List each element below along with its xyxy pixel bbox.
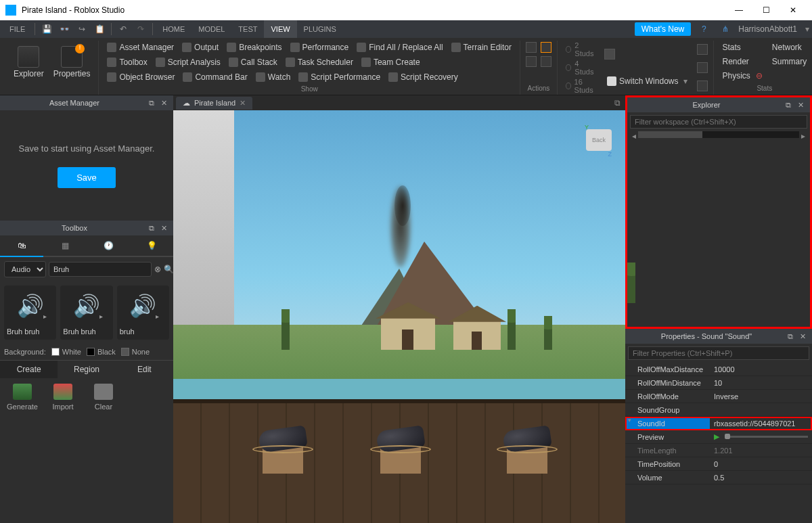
tree-node-terrain[interactable]: Terrain <box>627 288 635 300</box>
prop-timelength[interactable]: TimeLength1.201 <box>625 444 812 457</box>
paste-icon[interactable]: 📋 <box>93 23 106 35</box>
menu-tab-plugins[interactable]: PLUGINS <box>297 20 343 38</box>
ribbon-explorer[interactable]: Explorer <box>9 41 48 83</box>
tree-node-camera[interactable]: Camera <box>627 276 635 288</box>
viewport-split-icon[interactable]: ⧉ <box>609 95 625 110</box>
ribbon-watch[interactable]: Watch <box>252 70 295 84</box>
toolbox-tab-inventory[interactable]: ▦ <box>43 235 87 256</box>
ribbon-script-performance[interactable]: Script Performance <box>294 70 384 84</box>
ribbon-properties[interactable]: ! Properties <box>49 41 95 83</box>
close-panel-icon[interactable]: ✕ <box>797 331 808 342</box>
toolbox-tab-marketplace[interactable]: 🛍 <box>0 235 43 257</box>
search-icon[interactable]: 🔍 <box>164 262 174 277</box>
save-icon[interactable]: 💾 <box>41 23 53 35</box>
terrain-tab-region[interactable]: Region <box>58 361 115 378</box>
explorer-filter-input[interactable] <box>630 115 807 129</box>
ribbon-performance[interactable]: Performance <box>286 41 353 54</box>
ribbon-terrain-editor[interactable]: Terrain Editor <box>447 41 516 54</box>
close-button[interactable]: ✕ <box>780 0 807 20</box>
stat-render[interactable]: Render <box>718 55 766 68</box>
close-panel-icon[interactable]: ✕ <box>795 99 806 110</box>
save-button[interactable]: Save <box>58 167 116 188</box>
prop-volume[interactable]: Volume0.5 <box>625 471 812 484</box>
terrain-generate[interactable]: Generate <box>5 384 39 411</box>
h-scrollbar[interactable] <box>638 131 799 138</box>
switch-windows[interactable]: Switch Windows ▾ <box>603 74 692 88</box>
bg-none[interactable]: None <box>121 348 150 356</box>
stat-summary[interactable]: Summary <box>768 55 811 68</box>
terrain-tab-edit[interactable]: Edit <box>116 361 173 378</box>
undock-icon[interactable]: ⧉ <box>146 223 157 233</box>
menu-tab-test[interactable]: TEST <box>231 20 264 38</box>
undock-icon[interactable]: ⧉ <box>146 97 157 108</box>
terrain-tab-create[interactable]: Create <box>0 361 58 378</box>
ribbon-call-stack[interactable]: Call Stack <box>225 55 281 69</box>
menu-tab-model[interactable]: MODEL <box>191 20 231 38</box>
setting-icon-1[interactable] <box>697 44 708 55</box>
close-panel-icon[interactable]: ✕ <box>158 97 169 108</box>
whats-new-button[interactable]: What's New <box>635 22 692 36</box>
ribbon-script-recovery[interactable]: Script Recovery <box>384 70 462 84</box>
ribbon-breakpoints[interactable]: Breakpoints <box>223 41 286 54</box>
action-1[interactable] <box>526 42 537 53</box>
menu-tab-home[interactable]: HOME <box>156 20 191 38</box>
studs-2-studs[interactable]: 2 Studs <box>562 41 599 58</box>
toolbox-asset-card[interactable]: 🔊bruh <box>117 286 169 340</box>
clear-icon[interactable]: ⊗ <box>154 262 161 277</box>
studs-16-studs[interactable]: 16 Studs <box>562 77 599 95</box>
stat-network[interactable]: Network <box>768 41 811 54</box>
menu-tab-view[interactable]: VIEW <box>264 20 296 38</box>
explorer-tree[interactable]: ▾WorkspaceCameraTerrain▸SpawnLocation▸At… <box>627 263 635 303</box>
setting-icon-2[interactable] <box>697 62 708 73</box>
ribbon-command-bar[interactable]: Command Bar <box>179 70 251 84</box>
ribbon-output[interactable]: Output <box>178 41 223 54</box>
maximize-button[interactable]: ☐ <box>752 0 780 20</box>
prop-rolloffmode[interactable]: RollOffModeInverse <box>625 390 812 403</box>
menu-file[interactable]: FILE <box>3 20 32 38</box>
redo-icon[interactable]: ↪ <box>76 23 88 35</box>
ribbon-asset-manager[interactable]: Asset Manager <box>103 41 178 54</box>
toolbox-asset-card[interactable]: 🔊Bruh bruh <box>60 286 112 340</box>
minimize-button[interactable]: — <box>725 0 752 20</box>
undock-icon[interactable]: ⧉ <box>785 331 796 342</box>
category-select[interactable]: Audio <box>4 261 46 277</box>
terrain-clear[interactable]: Clear <box>87 384 120 411</box>
username[interactable]: HarrisonAbbott1 <box>738 24 797 34</box>
undo-icon[interactable]: ↶ <box>117 23 129 35</box>
ribbon-task-scheduler[interactable]: Task Scheduler <box>281 55 357 69</box>
close-tab-icon[interactable]: ✕ <box>240 99 246 108</box>
share-icon[interactable]: ⋔ <box>719 23 731 35</box>
ribbon-object-browser[interactable]: Object Browser <box>103 70 179 84</box>
ribbon-toolbox[interactable]: Toolbox <box>103 55 151 69</box>
bg-white[interactable]: White <box>51 348 81 356</box>
action-4[interactable] <box>541 56 551 67</box>
tree-node-workspace[interactable]: ▾Workspace <box>627 264 635 276</box>
action-3[interactable] <box>541 42 551 53</box>
search-input[interactable] <box>49 262 152 277</box>
prop-rolloffmindistance[interactable]: RollOffMinDistance10 <box>625 376 812 390</box>
viewport-3d[interactable]: Back Y Z <box>173 110 625 523</box>
redo2-icon[interactable]: ↷ <box>135 23 147 35</box>
toolbox-tab-recent[interactable]: 🕐 <box>87 235 130 256</box>
studs-4-studs[interactable]: 4 Studs <box>562 59 599 76</box>
binoculars-icon[interactable]: 👓 <box>58 23 70 35</box>
stat-stats[interactable]: Stats <box>718 41 766 54</box>
help-icon[interactable]: ? <box>698 23 710 35</box>
close-panel-icon[interactable]: ✕ <box>158 223 169 233</box>
viewport-tab[interactable]: ☁ Pirate Island ✕ <box>176 97 252 110</box>
prop-soundid[interactable]: ▾SoundIdrbxassetid://5044897021 <box>625 417 812 430</box>
prop-soundgroup[interactable]: SoundGroup <box>625 403 812 417</box>
toolbox-tab-creations[interactable]: 💡 <box>130 235 173 256</box>
properties-filter-input[interactable] <box>628 346 809 360</box>
view-gizmo[interactable]: Back Y Z <box>571 124 612 164</box>
ribbon-team-create[interactable]: Team Create <box>357 55 424 69</box>
stat-physics[interactable]: Physics ⊖ <box>718 69 766 83</box>
prop-timeposition[interactable]: TimePosition0 <box>625 457 812 471</box>
tree-node-spawnlocation[interactable]: ▸SpawnLocation <box>627 300 635 303</box>
setting-icon-3[interactable] <box>697 81 708 91</box>
ribbon-script-analysis[interactable]: Script Analysis <box>152 55 225 69</box>
prop-preview[interactable]: Preview▶ <box>625 430 812 444</box>
grid-icon[interactable] <box>604 49 615 60</box>
action-2[interactable] <box>526 56 537 67</box>
bg-black[interactable]: Black <box>87 348 116 356</box>
